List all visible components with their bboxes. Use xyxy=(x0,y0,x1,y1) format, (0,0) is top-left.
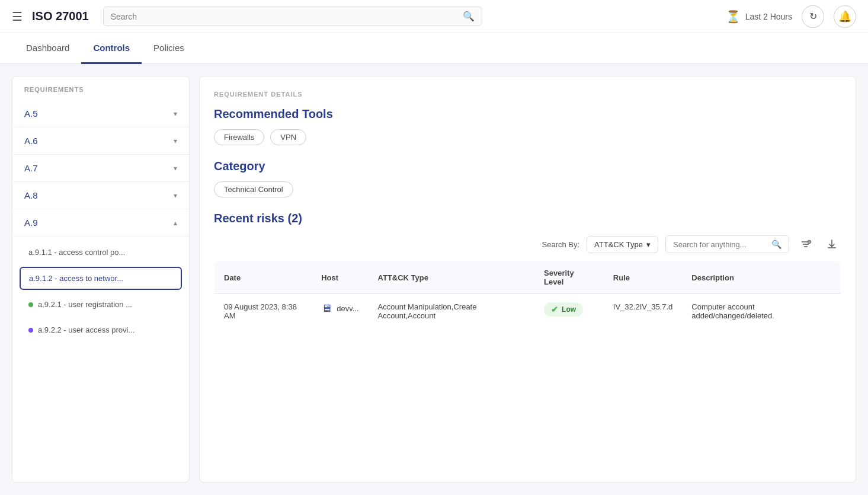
monitor-icon: 🖥 xyxy=(321,302,332,315)
req-details-label: REQUIREMENT DETAILS xyxy=(214,91,841,98)
chevron-up-icon: ▴ xyxy=(174,219,177,227)
attack-type-label: ATT&CK Type xyxy=(594,240,643,249)
table-row: 09 August 2023, 8:38 AM🖥devv...Account M… xyxy=(214,294,841,329)
tag-technical-control: Technical Control xyxy=(214,181,293,197)
sidebar-subitems-a9: a.9.1.1 - access control po... a.9.1.2 -… xyxy=(12,237,189,349)
chevron-down-icon: ▾ xyxy=(174,110,177,118)
cell-host: 🖥devv... xyxy=(312,294,368,329)
timer-icon: ⏳ xyxy=(726,9,741,24)
notification-bell[interactable]: 🔔 xyxy=(834,5,856,28)
recommended-tools-title: Recommended Tools xyxy=(214,107,841,121)
col-attck: ATT&CK Type xyxy=(369,261,535,294)
col-date: Date xyxy=(214,261,312,294)
sub-item-a922[interactable]: a.9.2.2 - user access provi... xyxy=(20,319,182,341)
status-dot-green xyxy=(28,302,33,307)
sidebar-item-a6-label: A.6 xyxy=(24,136,38,146)
sidebar-item-a7[interactable]: A.7 ▾ xyxy=(12,155,189,182)
search-icon: 🔍 xyxy=(463,11,475,22)
category-title: Category xyxy=(214,159,841,173)
search-input[interactable] xyxy=(111,12,463,21)
sub-item-a912-label: a.9.1.2 - access to networ... xyxy=(29,274,123,283)
cell-severity: ✔Low xyxy=(534,294,604,329)
filter-button[interactable] xyxy=(796,235,815,254)
tag-vpn: VPN xyxy=(270,129,306,145)
col-description: Description xyxy=(682,261,841,294)
download-button[interactable] xyxy=(822,235,841,254)
chevron-down-icon: ▾ xyxy=(174,137,177,145)
sub-item-a922-label: a.9.2.2 - user access provi... xyxy=(38,325,134,334)
chevron-down-icon: ▾ xyxy=(174,164,177,173)
sub-item-a921-label: a.9.2.1 - user registration ... xyxy=(38,300,132,309)
risks-search-box[interactable]: 🔍 xyxy=(665,235,789,253)
chevron-down-icon: ▾ xyxy=(646,240,651,249)
topnav-right: ⏳ Last 2 Hours ↻ 🔔 xyxy=(726,5,856,28)
risks-toolbar: Search By: ATT&CK Type ▾ 🔍 xyxy=(214,235,841,254)
sidebar-item-a5[interactable]: A.5 ▾ xyxy=(12,100,189,127)
tab-policies[interactable]: Policies xyxy=(142,33,196,64)
search-icon: 🔍 xyxy=(771,239,781,249)
tab-controls[interactable]: Controls xyxy=(81,33,142,64)
sidebar-item-a8-label: A.8 xyxy=(24,190,38,200)
main-layout: REQUIREMENTS A.5 ▾ A.6 ▾ A.7 ▾ A.8 ▾ A.9… xyxy=(0,64,868,494)
sidebar-item-a9[interactable]: A.9 ▴ xyxy=(12,209,189,237)
col-rule: Rule xyxy=(604,261,682,294)
topnav: ☰ ISO 27001 🔍 ⏳ Last 2 Hours ↻ 🔔 xyxy=(0,0,868,33)
category-tag-row: Technical Control xyxy=(214,181,841,197)
col-severity: Severity Level xyxy=(534,261,604,294)
chevron-down-icon: ▾ xyxy=(174,191,177,200)
severity-badge: ✔Low xyxy=(544,302,583,317)
tabs-bar: Dashboard Controls Policies xyxy=(0,33,868,64)
check-icon: ✔ xyxy=(551,305,558,314)
sidebar-item-a8[interactable]: A.8 ▾ xyxy=(12,182,189,209)
time-label: Last 2 Hours xyxy=(745,12,792,21)
cell-attck: Account Manipulation,Create Account,Acco… xyxy=(369,294,535,329)
requirements-sidebar: REQUIREMENTS A.5 ▾ A.6 ▾ A.7 ▾ A.8 ▾ A.9… xyxy=(12,76,190,483)
sidebar-item-a6[interactable]: A.6 ▾ xyxy=(12,127,189,155)
host-label: devv... xyxy=(337,304,358,313)
refresh-button[interactable]: ↻ xyxy=(802,5,824,28)
sub-item-a912[interactable]: a.9.1.2 - access to networ... xyxy=(20,267,182,290)
time-range: ⏳ Last 2 Hours xyxy=(726,9,792,24)
sidebar-section-label: REQUIREMENTS xyxy=(12,86,189,100)
sidebar-item-a5-label: A.5 xyxy=(24,108,38,119)
recent-risks-title: Recent risks (2) xyxy=(214,212,841,225)
attack-type-select[interactable]: ATT&CK Type ▾ xyxy=(587,236,658,253)
sub-item-a921[interactable]: a.9.2.1 - user registration ... xyxy=(20,293,182,315)
app-title: ISO 27001 xyxy=(32,9,89,23)
search-bar[interactable]: 🔍 xyxy=(103,7,482,26)
risks-table: Date Host ATT&CK Type Severity Level Rul… xyxy=(214,261,841,329)
status-dot-purple xyxy=(28,328,33,333)
search-by-label: Search By: xyxy=(542,240,580,249)
tab-dashboard[interactable]: Dashboard xyxy=(14,33,81,64)
severity-label: Low xyxy=(562,305,576,314)
risks-search-input[interactable] xyxy=(673,240,768,249)
content-panel: REQUIREMENT DETAILS Recommended Tools Fi… xyxy=(199,76,856,483)
menu-icon[interactable]: ☰ xyxy=(12,9,23,24)
tools-tag-row: Firewalls VPN xyxy=(214,129,841,145)
col-host: Host xyxy=(312,261,368,294)
sub-item-a911[interactable]: a.9.1.1 - access control po... xyxy=(20,241,182,263)
cell-date: 09 August 2023, 8:38 AM xyxy=(214,294,312,329)
sidebar-item-a7-label: A.7 xyxy=(24,163,38,173)
cell-rule: IV_32.2IV_35.7.d xyxy=(604,294,682,329)
cell-description: Computer account added/changed/deleted. xyxy=(682,294,841,329)
sub-item-a911-label: a.9.1.1 - access control po... xyxy=(28,248,125,257)
sidebar-item-a9-label: A.9 xyxy=(24,218,38,228)
tag-firewalls: Firewalls xyxy=(214,129,264,145)
